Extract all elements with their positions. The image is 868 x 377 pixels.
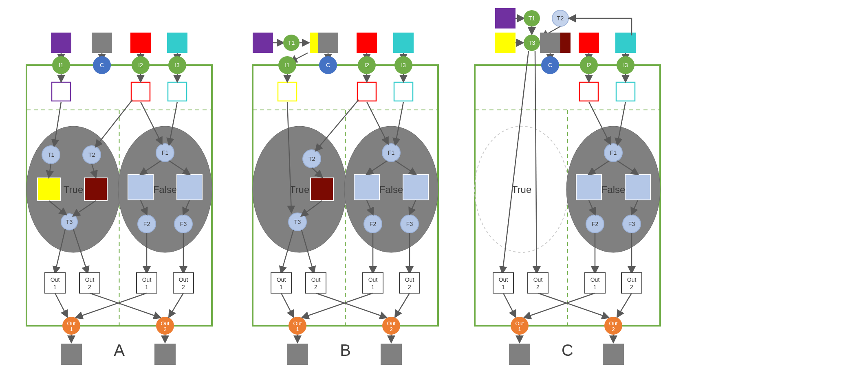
panel-letter: A [114,341,125,359]
false-sq1 [576,175,601,200]
out-true-1-b: 1 [53,284,57,290]
a-t3-out1 [502,51,529,273]
false-f1-label: F1 [610,149,617,156]
out-true-2-a: Out [85,276,95,283]
out-false-2-b: 2 [408,284,411,290]
input-gray [92,33,112,53]
true-label: True [64,184,83,195]
false-sq1 [128,175,153,200]
true-t1-label: T1 [48,151,55,158]
true-t3-label: T3 [294,219,301,225]
a-o2-m2 [90,293,160,318]
port-i3-label: I3 [401,62,406,68]
a-o2-m2 [538,293,608,318]
input-cyan [393,33,414,53]
false-f1-label: F1 [388,149,395,156]
output-gray1 [154,344,176,365]
out-false-2-a: Out [627,276,637,283]
t3-label: T3 [529,39,535,46]
a-o1-m1 [55,293,67,317]
true-label: True [512,184,531,195]
out-true-2-b: 2 [88,284,91,290]
out-true-2-a: Out [533,276,543,283]
out-false-1-a: Out [142,276,152,283]
port-c-label: C [548,62,552,68]
false-f3-label: F3 [628,221,635,227]
output-gray1 [603,344,624,365]
a-t3-out2 [535,51,537,273]
merge-lab-a0: Out [516,320,524,327]
panel-b: T1I1CI2I3TrueT2T3FalseF1F2F3Out1Out2Out1… [253,33,438,365]
false-label: False [601,184,626,195]
output-gray0 [509,344,530,365]
false-f2-label: F2 [143,221,150,227]
false-label: False [153,184,177,195]
false-f3-label: F3 [180,221,187,227]
a-o3-m1 [302,293,373,318]
false-sq1 [354,175,379,200]
true-label: True [290,184,309,195]
out-true-1-a: Out [277,276,286,283]
false-label: False [379,184,403,195]
out-false-1-a: Out [590,276,600,283]
a-o1-m1 [281,293,293,317]
output-gray0 [61,344,82,365]
true-darkred [311,178,333,201]
false-f2-label: F2 [592,221,599,227]
input-cyan [167,33,187,53]
out-false-2-a: Out [405,276,414,283]
hollow-cyan [168,82,187,101]
merge-lab-b1: 2 [612,326,615,332]
t1-label: T1 [529,15,535,22]
panel-letter: B [340,341,351,359]
port-i1-label: I1 [59,62,64,68]
port-i2-label: I2 [138,62,143,68]
arrow-red-t2 [96,100,132,147]
out-false-1-b: 1 [145,284,148,290]
true-darkred [84,178,107,201]
hollow-purple [52,82,70,101]
a-o3-m1 [76,293,147,318]
a-o3-m1 [524,293,595,318]
merge-lab-a1: Out [609,320,618,327]
out-false-2-b: 2 [182,284,185,290]
a-o4-m2 [617,293,632,317]
true-t2-label: T2 [88,151,95,158]
a-o4-m2 [169,293,183,317]
panel-a: I1CI2I3TrueT1T2T3FalseF1F2F3Out1Out2Out1… [26,33,212,365]
input-cyan [615,33,636,53]
port-i2-label: I2 [586,62,591,68]
port-c-label: C [326,62,330,68]
false-f3-label: F3 [406,221,413,227]
out-false-1-a: Out [368,276,378,283]
hollow-cyan [394,82,413,101]
t1-label: T1 [288,39,295,46]
false-sq2 [625,175,650,200]
diagram-root: I1CI2I3TrueT1T2T3FalseF1F2F3Out1Out2Out1… [0,0,868,377]
arrow-red-t2 [316,100,359,151]
port-i3-label: I3 [623,62,628,68]
out-false-2-a: Out [179,276,188,283]
input-purple [495,8,516,28]
out-true-2-b: 2 [536,284,540,290]
false-f2-label: F2 [370,221,377,227]
out-true-2-b: 2 [314,284,317,290]
out-false-1-b: 1 [371,284,375,290]
hollow-red [357,82,376,101]
input-purple [253,33,273,53]
input-red [357,33,377,53]
input-gray [318,33,338,53]
hollow-red [579,82,598,101]
merge-lab-a0: Out [67,320,76,327]
false-f1-label: F1 [162,149,169,156]
merge-lab-a1: Out [387,320,396,327]
merge-lab-b0: 1 [296,326,299,332]
out-true-1-b: 1 [280,284,283,290]
out-true-2-a: Out [311,276,321,283]
out-true-1-a: Out [499,276,508,283]
merge-lab-b0: 1 [70,326,73,332]
a-o1-m1 [503,293,516,317]
t2-label: T2 [557,15,564,22]
out-false-1-b: 1 [593,284,597,290]
false-sq2 [403,175,428,200]
